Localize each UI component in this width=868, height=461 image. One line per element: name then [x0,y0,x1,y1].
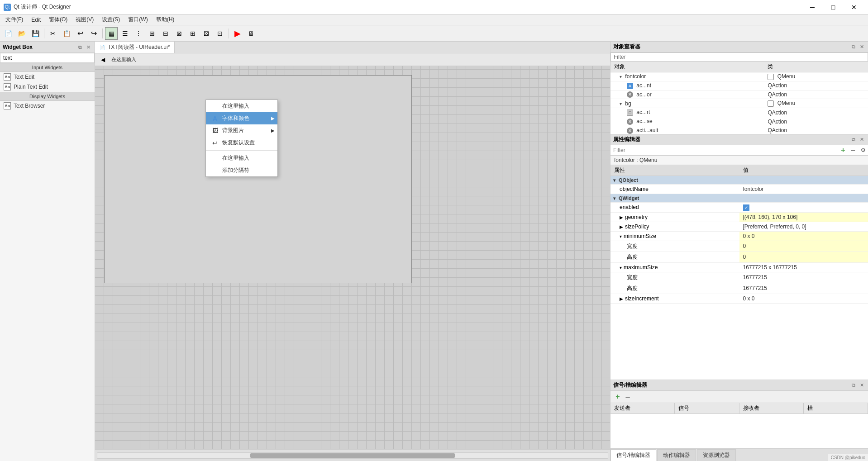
prop-row-minimumsize[interactable]: ▾minimumSize 0 x 0 [610,231,868,241]
ctx-reset-label: 恢复默认设置 [222,139,255,147]
prop-name-geometry: ▶geometry [610,212,739,222]
prop-row-sizeincrement[interactable]: ▶sizeIncrement 0 x 0 [610,294,868,303]
widget-item-plain-text-edit[interactable]: Aa Plain Text Edit [0,82,95,92]
obj-row-fontcolor[interactable]: ▾ fontcolor QMenu [610,72,868,81]
signal-editor-header-buttons: ⧉ ✕ [850,382,865,389]
prop-row-max-height[interactable]: 高度 16777215 [610,283,868,294]
obj-row-bg[interactable]: ▾ bg QMenu [610,99,868,108]
prop-close-button[interactable]: ✕ [858,136,865,143]
menu-view[interactable]: 视图(V) [72,15,97,24]
prop-row-sizepolicy[interactable]: ▶sizePolicy [Preferred, Preferred, 0, 0] [610,222,868,231]
ctx-sep-icon [211,167,219,174]
signal-close-button[interactable]: ✕ [858,382,865,389]
minimize-button[interactable]: ─ [802,0,823,14]
signal-tab-actions[interactable]: 动作编辑器 [657,449,696,461]
menu-bar: 文件(F) Edit 窗体(O) 视图(V) 设置(S) 窗口(W) 帮助(H) [0,14,868,25]
property-filter-input[interactable] [610,146,838,155]
signal-remove-button[interactable]: ─ [623,392,632,401]
ctx-reset-icon: ↩ [211,139,219,147]
prop-row-enabled[interactable]: enabled ✓ [610,203,868,213]
tb-redo[interactable]: ↪ [87,27,100,40]
tb-widget-edit[interactable]: ▦ [105,27,118,40]
maximize-button[interactable]: □ [823,0,844,14]
obj-row-acti-ault[interactable]: ✕ acti...ault QAction [610,126,868,134]
canvas-tab[interactable]: 📄 TXT阅读器 - UIReader.ui* [95,42,175,53]
prop-row-min-height[interactable]: 高度 0 [610,252,868,262]
display-widgets-section: Display Widgets [0,92,95,101]
wb-close-button[interactable]: ✕ [85,43,92,51]
object-inspector-filter[interactable] [610,52,868,62]
widget-item-text-browser[interactable]: Aa Text Browser [0,101,95,111]
obj-class-acti-ault: QAction [768,127,787,133]
tb-break-layout[interactable]: ⛝ [200,27,213,40]
tb-preview[interactable]: ▶ [231,27,244,40]
signal-editor-title: 信号/槽编辑器 [613,381,647,389]
tb-cut[interactable]: ✂ [47,27,59,40]
canvas-tb-back[interactable]: ◀ [98,55,108,65]
prop-row-geometry[interactable]: ▶geometry [(478, 160), 170 x 106] [610,212,868,222]
menu-edit[interactable]: Edit [28,16,44,24]
obj-row-ac-rt[interactable]: □ ac...rt QAction [610,108,868,117]
widget-item-text-edit[interactable]: Aa Text Edit [0,72,95,82]
ctx-bg-icon: 🖼 [211,127,219,134]
prop-row-maximumsize[interactable]: ▾maximumSize 16777215 x 16777215 [610,262,868,272]
wb-float-button[interactable]: ⧉ [76,43,84,51]
signal-add-button[interactable]: + [613,392,622,401]
signal-tab-resources[interactable]: 资源浏览器 [697,449,736,461]
prop-row-objectname[interactable]: objectName fontcolor [610,185,868,194]
tb-save[interactable]: 💾 [29,27,42,40]
enabled-checkbox[interactable]: ✓ [743,204,749,211]
prop-row-min-width[interactable]: 宽度 0 [610,241,868,252]
prop-row-max-width[interactable]: 宽度 16777215 [610,272,868,283]
horizontal-scrollbar[interactable] [97,452,608,459]
obj-class-fontcolor: QMenu [777,73,795,80]
obj-float-button[interactable]: ⧉ [850,43,857,51]
obj-class-ac-nt: QAction [768,82,787,89]
text-edit-icon: Aa [4,73,11,81]
tb-layout-form[interactable]: ⊟ [159,27,172,40]
prop-remove-button[interactable]: ─ [848,145,858,155]
tb-new[interactable]: 📄 [2,27,14,40]
prop-config-button[interactable]: ⚙ [858,145,868,155]
tb-layout-g[interactable]: ⊞ [146,27,158,40]
tb-splitter-h[interactable]: ⊠ [173,27,186,40]
prop-val-max-width: 16777215 [739,272,868,283]
ctx-item-input[interactable]: 在这里输入 [206,100,277,112]
obj-class-ac-rt: QAction [768,109,787,116]
tb-layout-h[interactable]: ☰ [119,27,131,40]
menu-window[interactable]: 窗口(W) [124,15,151,24]
prop-val-maximumsize: 16777215 x 16777215 [739,262,868,272]
qmenu-bg-icon [768,100,774,107]
prop-add-button[interactable]: + [838,145,848,155]
ctx-item-font[interactable]: A 字体和颜色 ▶ [206,112,277,124]
tb-copy[interactable]: 📋 [60,27,73,40]
close-button[interactable]: ✕ [844,0,864,14]
ctx-item-bg[interactable]: 🖼 背景图片 ▶ [206,124,277,137]
tb-undo[interactable]: ↩ [74,27,86,40]
qobject-label: QObject [619,177,638,183]
signal-float-button[interactable]: ⧉ [850,382,857,389]
obj-row-ac-or[interactable]: ✕ ac...or QAction [610,90,868,99]
menu-help[interactable]: 帮助(H) [153,15,178,24]
menu-file[interactable]: 文件(F) [2,15,27,24]
tb-screenshot[interactable]: 🖥 [245,27,258,40]
menu-form[interactable]: 窗体(O) [45,15,71,24]
obj-row-ac-nt[interactable]: A ac...nt QAction [610,81,868,90]
signal-tab-slots[interactable]: 信号/槽编辑器 [610,449,656,461]
widget-item-text-edit-label: Text Edit [14,74,34,80]
ctx-item-reset[interactable]: ↩ 恢复默认设置 [206,137,277,149]
widget-search-input[interactable] [0,53,95,63]
ctx-item-sep[interactable]: 添加分隔符 [206,164,277,176]
prop-val-enabled: ✓ [739,203,868,213]
ctx-item-input2[interactable]: 在这里输入 [206,152,277,164]
prop-float-button[interactable]: ⧉ [850,136,857,143]
signal-col-slot: 槽 [804,403,868,413]
tb-layout-v[interactable]: ⋮ [132,27,145,40]
object-inspector-panel: 对象查看器 ⧉ ✕ 对象 类 [610,42,868,134]
obj-close-button[interactable]: ✕ [858,43,865,51]
menu-settings[interactable]: 设置(S) [98,15,124,24]
tb-adjust[interactable]: ⊡ [214,27,226,40]
tb-open[interactable]: 📂 [15,27,28,40]
obj-row-ac-se[interactable]: ✕ ac...se QAction [610,117,868,126]
tb-splitter-v[interactable]: ⊞ [186,27,199,40]
